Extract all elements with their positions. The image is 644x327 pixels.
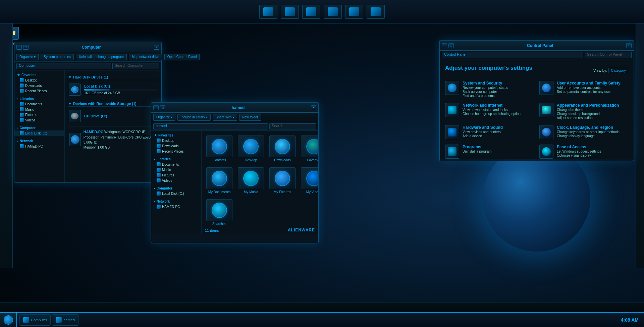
sidebar-item-desktop[interactable]: Desktop [14, 77, 64, 83]
cp-users-icon-inner [542, 84, 551, 92]
computer-minimize-btn[interactable]: _ [16, 45, 22, 50]
cp-users-link-0[interactable]: Add or remove user accounts [557, 86, 628, 90]
hamed-sidebar-pictures[interactable]: Pictures [151, 172, 201, 178]
cp-system-info: System and Security Review your computer… [463, 81, 534, 98]
sidebar-item-localdisk[interactable]: Local Disk (C:) [14, 130, 64, 136]
cp-ease-link-1[interactable]: Optimize visual display [557, 154, 628, 157]
sidebar-item-recent[interactable]: Recent Places [14, 88, 64, 94]
folder-item-mydocs[interactable]: My Documents [205, 166, 234, 195]
sidebar-item-documents[interactable]: Documents [14, 101, 64, 107]
hamed-sidebar-recent[interactable]: Recent Places [151, 149, 201, 154]
cp-hardware-icon-inner [448, 128, 457, 137]
cp-system-link-1[interactable]: Back up your computer [463, 90, 534, 94]
folder-grid: Contacts Desktop Downloads [204, 133, 316, 228]
cp-users-title[interactable]: User Accounts and Family Safety [557, 81, 628, 86]
computer-opencp-btn[interactable]: Open Control Panel [164, 54, 200, 60]
cp-clock-title[interactable]: Clock, Language, and Region [557, 125, 628, 130]
sidebar-item-music[interactable]: Music [14, 107, 64, 112]
folder-item-mypics[interactable]: My Pictures [268, 166, 297, 195]
cp-users-link-1[interactable]: Set up parental controls for any user [557, 90, 628, 94]
folder-items-count: 11 items [205, 228, 219, 232]
computer-close-btn[interactable]: ✕ [154, 45, 159, 50]
computer-search-input[interactable]: Search Computer [112, 63, 159, 69]
start-button[interactable] [0, 313, 17, 327]
folder-item-downloads[interactable]: Downloads [268, 134, 297, 163]
cp-hardware-link-1[interactable]: Add a device [463, 134, 534, 138]
hamed-minimize-btn[interactable]: _ [153, 105, 159, 110]
cp-network-title[interactable]: Network and Internet [463, 103, 534, 108]
cp-maximize-btn[interactable]: □ [448, 43, 454, 48]
cp-network-link-1[interactable]: Choose homegroup and sharing options [463, 112, 534, 116]
folder-item-contacts[interactable]: Contacts [205, 134, 234, 163]
topbar-icon-2[interactable] [281, 5, 299, 19]
hamed-sidebar-localdisk[interactable]: Local Disk (C:) [151, 191, 201, 196]
hamed-sidebar-hamedpc[interactable]: HAMED-PC [151, 204, 201, 209]
hamed-maximize-btn[interactable]: □ [160, 105, 165, 110]
local-disk-item[interactable]: Local Disk (C:) 16.1 GB free of 24.8 GB [68, 82, 158, 97]
cp-ease-info: Ease of Access Let Windows suggest setti… [557, 145, 628, 157]
cp-appearance-title[interactable]: Appearance and Personalization [557, 103, 628, 108]
cp-clock-link-0[interactable]: Change keyboards or other input methods [557, 130, 628, 134]
cp-system-link-0[interactable]: Review your computer's status [463, 86, 534, 90]
cp-programs-title[interactable]: Programs [463, 145, 534, 149]
hamed-sidebar-videos[interactable]: Videos [151, 178, 201, 183]
taskbar-item-computer[interactable]: Computer [19, 314, 51, 326]
hamed-include-btn[interactable]: Include in library ▾ [177, 114, 211, 121]
sidebar-item-downloads[interactable]: Downloads [14, 83, 64, 88]
folder-item-desktop[interactable]: Desktop [236, 134, 265, 163]
sidebar-item-pictures[interactable]: Pictures [14, 112, 64, 117]
topbar-icon-4[interactable] [324, 5, 342, 19]
hamed-sidebar-desktop[interactable]: Desktop [151, 138, 201, 143]
cp-close-btn[interactable]: ✕ [626, 43, 632, 48]
cp-appearance-link-0[interactable]: Change the theme [557, 108, 628, 112]
taskbar-computer-label: Computer [31, 318, 47, 322]
cp-address-input[interactable]: Control Panel [442, 52, 583, 58]
computer-icon-small: ▪ [17, 126, 18, 130]
desktop-label: Desktop [245, 158, 257, 162]
hamed-newfolder-btn[interactable]: New folder [239, 114, 261, 121]
cp-hardware-link-0[interactable]: View devices and printers [463, 130, 534, 134]
computer-organize-btn[interactable]: Organize ▾ [16, 54, 39, 60]
cp-addressbar: Control Panel Search Control Panel [440, 51, 634, 59]
topbar-icon-1[interactable] [259, 5, 277, 19]
favorites-label: Favorites [307, 158, 318, 162]
hamed-sidebar-docs[interactable]: Documents [151, 162, 201, 167]
folder-item-mymusic[interactable]: My Music [236, 166, 265, 195]
hamed-search-input[interactable]: Search [269, 123, 316, 129]
cp-network-link-0[interactable]: View network status and tasks [463, 108, 534, 112]
hamed-close-btn[interactable]: ✕ [311, 105, 316, 110]
topbar-icon-6[interactable] [367, 5, 385, 19]
computer-maximize-btn[interactable]: □ [23, 45, 29, 50]
hamed-share-btn[interactable]: Share with ▾ [213, 114, 237, 121]
hamed-address-input[interactable]: hamed [153, 123, 268, 129]
cp-appearance-link-1[interactable]: Change desktop background [557, 112, 628, 116]
cp-clock-link-1[interactable]: Change display language [557, 134, 628, 138]
cp-minimize-btn[interactable]: _ [442, 43, 447, 48]
sidebar-item-hamed-pc[interactable]: HAMED-PC [14, 144, 64, 149]
hamed-organize-btn[interactable]: Organize ▾ [153, 114, 175, 121]
viewby-dropdown[interactable]: Category [608, 68, 628, 73]
cp-system-title[interactable]: System and Security [463, 81, 534, 86]
topbar-icon-5[interactable] [345, 5, 363, 19]
computer-uninstall-btn[interactable]: Uninstall or change a program [76, 54, 127, 60]
cp-search-input[interactable]: Search Control Panel [585, 52, 632, 58]
cp-programs-link-0[interactable]: Uninstall a program [463, 150, 534, 153]
cd-drive-item[interactable]: CD Drive (D:) [68, 109, 158, 123]
computer-sysprops-btn[interactable]: System properties [41, 54, 74, 60]
folder-item-favorites[interactable]: Favorites [300, 134, 318, 163]
computer-address-input[interactable]: Computer [16, 63, 111, 69]
topbar-icon-3[interactable] [302, 5, 320, 19]
computer-mapnet-btn[interactable]: Map network drive [129, 54, 162, 60]
cp-ease-title[interactable]: Ease of Access [557, 145, 628, 149]
folder-item-myvideos[interactable]: My Videos [300, 166, 318, 195]
cp-hardware-info: Hardware and Sound View devices and prin… [463, 125, 534, 138]
cp-system-link-2[interactable]: Find and fix problems [463, 94, 534, 98]
cp-appearance-link-2[interactable]: Adjust screen resolution [557, 116, 628, 120]
folder-item-searches[interactable]: Searches [205, 198, 234, 227]
sidebar-item-videos[interactable]: Videos [14, 117, 64, 123]
hamed-sidebar-music[interactable]: Music [151, 167, 201, 172]
cp-ease-link-0[interactable]: Let Windows suggest settings [557, 150, 628, 153]
taskbar-item-hamed[interactable]: hamed [52, 314, 78, 326]
hamed-sidebar-downloads[interactable]: Downloads [151, 143, 201, 149]
cp-hardware-title[interactable]: Hardware and Sound [463, 125, 534, 130]
